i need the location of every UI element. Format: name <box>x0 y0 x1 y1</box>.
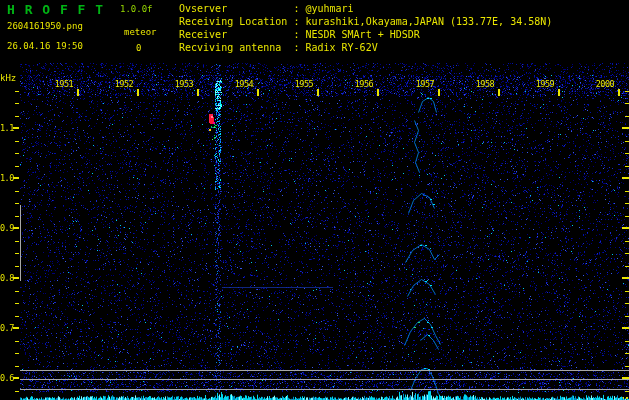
freq-tick-label: 1.1 <box>0 123 14 133</box>
output-filename: 2604161950.png <box>7 21 83 31</box>
freq-tick-label: 0.9 <box>0 223 14 233</box>
time-tick-label: 2000 <box>592 79 618 89</box>
time-tick-label: 1955 <box>291 79 317 89</box>
freq-tick-label: 0.6 <box>0 373 14 383</box>
app-title: H R O F F T <box>7 2 104 17</box>
time-tick-label: 1954 <box>231 79 257 89</box>
spectrogram-canvas <box>0 0 629 400</box>
station-info-row: Ovserver : @yuhmari <box>179 2 552 15</box>
app-version: 1.0.0f <box>120 4 153 14</box>
station-info-block: Ovserver : @yuhmariReceiving Location : … <box>179 2 552 54</box>
freq-tick-label: 0.8 <box>0 273 14 283</box>
time-tick-label: 1958 <box>472 79 498 89</box>
time-tick-label: 1956 <box>351 79 377 89</box>
time-tick-label: 1951 <box>51 79 77 89</box>
meteor-count-label: meteor <box>124 27 157 37</box>
time-tick-label: 1957 <box>412 79 438 89</box>
time-tick-label: 1952 <box>111 79 137 89</box>
record-datetime: 26.04.16 19:50 <box>7 41 83 51</box>
meteor-count-value: 0 <box>136 43 141 53</box>
station-info-row: Recviving antenna : Radix RY-62V <box>179 41 552 54</box>
time-tick-label: 1959 <box>532 79 558 89</box>
freq-tick-label: 0.7 <box>0 323 14 333</box>
time-tick-label: 1953 <box>171 79 197 89</box>
hrofft-screen: H R O F F T 1.0.0f 2604161950.png meteor… <box>0 0 629 400</box>
station-info-row: Receiving Location : kurashiki,Okayama,J… <box>179 15 552 28</box>
station-info-row: Receiver : NESDR SMArt + HDSDR <box>179 28 552 41</box>
freq-tick-label: 1.0 <box>0 173 14 183</box>
freq-axis-unit-label: kHz <box>0 73 16 83</box>
